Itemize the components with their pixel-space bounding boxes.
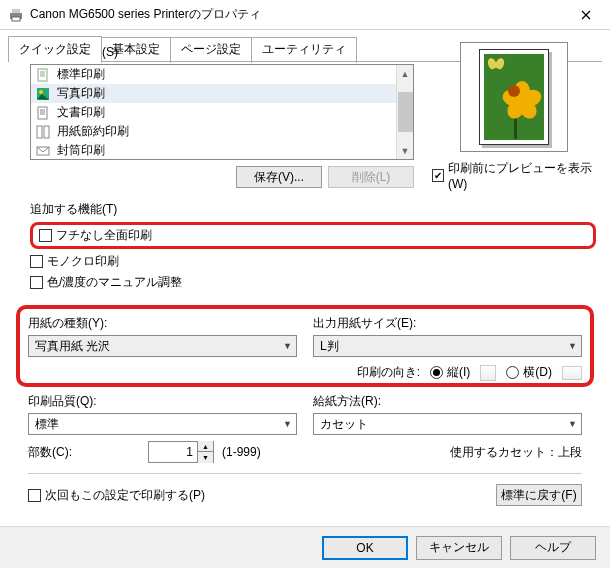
paper-size-combo[interactable]: L判 ▼ — [313, 335, 582, 357]
list-item[interactable]: 標準印刷 — [31, 65, 413, 84]
tab-label: クイック設定 — [19, 42, 91, 56]
svg-rect-9 — [38, 107, 47, 119]
doc-icon — [35, 105, 51, 121]
checkbox-label: モノクロ印刷 — [47, 253, 119, 270]
close-button[interactable] — [563, 0, 608, 29]
scroll-thumb[interactable] — [398, 92, 413, 132]
checkbox-icon — [30, 276, 43, 289]
chevron-down-icon: ▼ — [283, 419, 292, 429]
paper-source-label: 給紙方法(R): — [313, 393, 582, 410]
button-label: キャンセル — [429, 539, 489, 556]
checkbox-icon — [30, 255, 43, 268]
svg-rect-13 — [37, 126, 42, 138]
quality-combo[interactable]: 標準 ▼ — [28, 413, 297, 435]
svg-rect-1 — [12, 9, 20, 13]
dialog-button-bar: OK キャンセル ヘルプ — [0, 526, 610, 568]
save-preset-button[interactable]: 保存(V)... — [236, 166, 322, 188]
copies-label: 部数(C): — [28, 444, 72, 461]
divider — [28, 473, 582, 474]
portrait-icon — [480, 365, 496, 381]
saver-icon — [35, 124, 51, 140]
copies-input[interactable] — [149, 442, 197, 462]
button-label: 標準に戻す(F) — [501, 487, 576, 504]
printer-icon — [8, 7, 24, 23]
checkbox-icon — [28, 489, 41, 502]
quality-label: 印刷品質(Q): — [28, 393, 297, 410]
list-item[interactable]: 文書印刷 — [31, 103, 413, 122]
checkbox-icon — [39, 229, 52, 242]
list-item-label: 標準印刷 — [57, 66, 105, 83]
svg-point-8 — [39, 90, 43, 94]
list-item[interactable]: 写真印刷 — [31, 84, 413, 103]
svg-rect-3 — [38, 69, 47, 81]
window-title: Canon MG6500 series Printerのプロパティ — [30, 6, 563, 23]
list-item-label: 写真印刷 — [57, 85, 105, 102]
radio-icon — [506, 366, 519, 379]
print-preview — [460, 42, 568, 152]
paper-size-label: 出力用紙サイズ(E): — [313, 315, 582, 332]
radio-icon — [430, 366, 443, 379]
paper-type-combo[interactable]: 写真用紙 光沢 ▼ — [28, 335, 297, 357]
checkbox-label: 印刷前にプレビューを表示(W) — [448, 160, 596, 191]
paper-source-combo[interactable]: カセット ▼ — [313, 413, 582, 435]
restore-defaults-button[interactable]: 標準に戻す(F) — [496, 484, 582, 506]
paper-type-label: 用紙の種類(Y): — [28, 315, 297, 332]
cassette-note: 使用するカセット：上段 — [450, 444, 582, 461]
combo-value: L判 — [320, 338, 339, 355]
scroll-up-icon[interactable]: ▲ — [397, 65, 414, 82]
checkbox-label: フチなし全面印刷 — [56, 227, 152, 244]
orientation-portrait-radio[interactable]: 縦(I) — [430, 364, 470, 381]
spin-up-icon[interactable]: ▲ — [197, 441, 213, 452]
monochrome-checkbox[interactable]: モノクロ印刷 — [30, 253, 596, 270]
cancel-button[interactable]: キャンセル — [416, 536, 502, 560]
help-button[interactable]: ヘルプ — [510, 536, 596, 560]
checkbox-icon — [432, 169, 444, 182]
title-bar: Canon MG6500 series Printerのプロパティ — [0, 0, 610, 30]
svg-rect-14 — [44, 126, 49, 138]
scrollbar[interactable]: ▲ ▼ — [396, 65, 413, 159]
landscape-icon — [562, 366, 582, 380]
chevron-down-icon: ▼ — [568, 341, 577, 351]
add-features-label: 追加する機能(T) — [30, 201, 596, 218]
button-label: 削除(L) — [352, 169, 391, 186]
checkbox-label: 色/濃度のマニュアル調整 — [47, 274, 182, 291]
ok-button[interactable]: OK — [322, 536, 408, 560]
radio-label: 横(D) — [523, 364, 552, 381]
radio-label: 縦(I) — [447, 364, 470, 381]
freq-settings-listbox[interactable]: 標準印刷 写真印刷 文書印刷 用紙節約印刷 封筒印刷 ▲ ▼ — [30, 64, 414, 160]
chevron-down-icon: ▼ — [568, 419, 577, 429]
combo-value: 写真用紙 光沢 — [35, 338, 110, 355]
list-item[interactable]: 封筒印刷 — [31, 141, 413, 160]
borderless-checkbox[interactable]: フチなし全面印刷 — [39, 227, 587, 244]
copies-range: (1-999) — [222, 445, 261, 459]
button-label: 保存(V)... — [254, 169, 304, 186]
svg-rect-2 — [12, 17, 20, 21]
highlight-paper-settings: 用紙の種類(Y): 写真用紙 光沢 ▼ 出力用紙サイズ(E): L判 ▼ 印刷の… — [16, 305, 594, 387]
orientation-landscape-radio[interactable]: 横(D) — [506, 364, 552, 381]
highlight-borderless: フチなし全面印刷 — [30, 222, 596, 249]
delete-preset-button: 削除(L) — [328, 166, 414, 188]
button-label: OK — [356, 541, 373, 555]
envelope-icon — [35, 143, 51, 159]
list-item[interactable]: 用紙節約印刷 — [31, 122, 413, 141]
doc-icon — [35, 67, 51, 83]
preview-before-print-checkbox[interactable]: 印刷前にプレビューを表示(W) — [432, 160, 596, 191]
tab-quick[interactable]: クイック設定 — [8, 36, 102, 62]
keep-settings-checkbox[interactable]: 次回もこの設定で印刷する(P) — [28, 487, 205, 504]
color-manual-checkbox[interactable]: 色/濃度のマニュアル調整 — [30, 274, 596, 291]
combo-value: 標準 — [35, 416, 59, 433]
orientation-label: 印刷の向き: — [357, 364, 420, 381]
button-label: ヘルプ — [535, 539, 571, 556]
chevron-down-icon: ▼ — [283, 341, 292, 351]
scroll-down-icon[interactable]: ▼ — [397, 142, 414, 159]
spin-down-icon[interactable]: ▼ — [197, 452, 213, 463]
list-item-label: 文書印刷 — [57, 104, 105, 121]
photo-icon — [35, 86, 51, 102]
combo-value: カセット — [320, 416, 368, 433]
list-item-label: 用紙節約印刷 — [57, 123, 129, 140]
copies-spinner[interactable]: ▲▼ — [148, 441, 214, 463]
list-item-label: 封筒印刷 — [57, 142, 105, 159]
checkbox-label: 次回もこの設定で印刷する(P) — [45, 487, 205, 504]
